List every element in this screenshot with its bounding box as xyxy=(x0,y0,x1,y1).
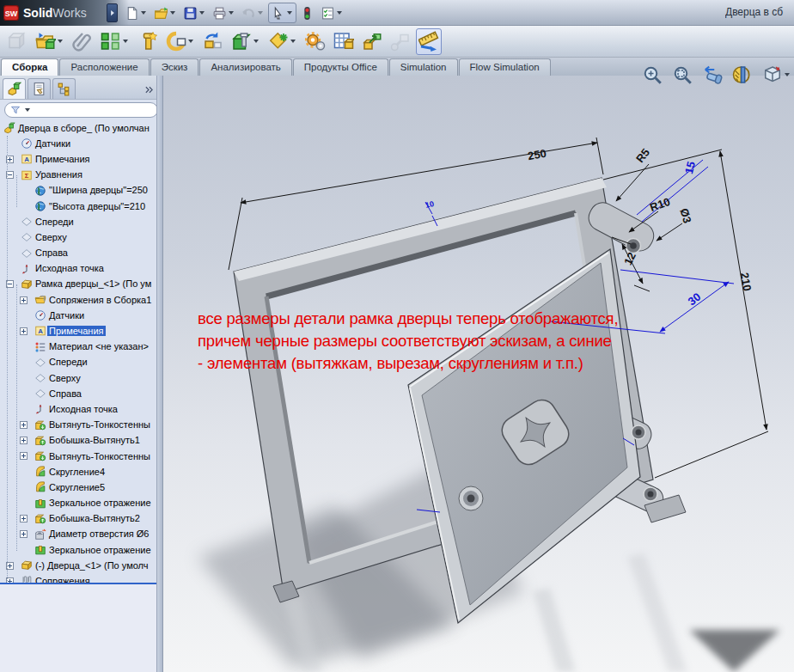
rebuild-button[interactable] xyxy=(297,3,317,23)
tree-item[interactable]: Рамка дверцы_<1> (По ум xyxy=(0,277,156,292)
bill-of-materials-button[interactable] xyxy=(331,28,357,55)
insert-components-button[interactable] xyxy=(33,28,67,55)
annotation-text: все размеры детали рамка дверцы теперь о… xyxy=(198,308,618,375)
origin-icon xyxy=(21,263,33,275)
tree-item[interactable]: Зеркальное отражение xyxy=(0,542,156,558)
tree-item[interactable]: AПримечания xyxy=(0,323,156,339)
panel-tab-strip xyxy=(0,76,162,100)
property-manager-tab[interactable] xyxy=(27,78,51,99)
previous-view-button[interactable] xyxy=(699,64,725,85)
panel-expand-button[interactable] xyxy=(144,84,155,95)
configuration-manager-tab[interactable] xyxy=(52,78,76,99)
new-document-button[interactable] xyxy=(122,3,150,23)
tree-item[interactable]: Исходная точка xyxy=(0,261,156,277)
expand-plus-icon[interactable] xyxy=(20,296,27,304)
property-manager-icon xyxy=(32,82,46,96)
options-button[interactable] xyxy=(318,3,346,23)
expand-plus-icon[interactable] xyxy=(20,437,27,444)
move-component-button[interactable] xyxy=(163,28,198,55)
menu-expand-button[interactable] xyxy=(107,3,118,22)
tree-item[interactable]: Вытянуть-Тонкостенны xyxy=(0,418,156,433)
rebuild-icon xyxy=(300,6,315,21)
tree-item[interactable]: Сопряжения в Сборка1 xyxy=(0,292,156,308)
smart-fasteners-icon xyxy=(137,31,158,52)
tree-item[interactable]: Справа xyxy=(0,386,156,401)
tree-item[interactable]: (-) Дверца_<1> (По умолч xyxy=(0,558,156,573)
tab-flow-simulation[interactable]: Flow Simulation xyxy=(459,58,551,76)
expand-plus-icon[interactable] xyxy=(20,530,27,538)
section-view-button[interactable] xyxy=(730,64,755,85)
panel-edge-strip[interactable] xyxy=(156,76,162,672)
view-orientation-button[interactable] xyxy=(760,64,794,85)
tab-эскиз[interactable]: Эскиз xyxy=(150,58,199,76)
show-hidden-components-icon xyxy=(203,31,223,52)
move-component-icon xyxy=(166,31,186,52)
insert-component-button[interactable] xyxy=(4,28,30,55)
tree-item[interactable]: Диаметр отверстия Ø6 xyxy=(0,527,156,542)
tab-simulation[interactable]: Simulation xyxy=(389,58,458,76)
mate-button[interactable] xyxy=(70,28,95,55)
zoom-to-area-button[interactable] xyxy=(669,64,695,85)
tree-item[interactable]: Бобышка-Вытянуть2 xyxy=(0,511,156,527)
dropdown-caret-icon xyxy=(337,11,342,15)
reference-geometry-button[interactable] xyxy=(266,28,300,55)
tree-item[interactable]: Скругление4 xyxy=(0,464,156,480)
motion-study-button[interactable] xyxy=(302,28,328,55)
tree-item[interactable]: AПримечания xyxy=(0,151,156,167)
tree-item[interactable]: Сверху xyxy=(0,229,156,245)
tab-продукты-office[interactable]: Продукты Office xyxy=(293,58,388,76)
linear-component-pattern-button[interactable] xyxy=(98,28,132,55)
feature-tree: Дверца в сборе_ (По умолчанДатчикиAПриме… xyxy=(0,120,156,583)
tree-item[interactable]: Скругление5 xyxy=(0,480,156,495)
smart-fasteners-button[interactable] xyxy=(135,28,161,55)
save-button[interactable] xyxy=(180,3,209,23)
expand-plus-icon[interactable] xyxy=(20,421,27,429)
tree-item[interactable]: Исходная точка xyxy=(0,401,156,417)
assembly-tools-button[interactable] xyxy=(388,28,413,55)
tab-анализировать[interactable]: Анализировать xyxy=(199,58,291,76)
zoom-to-fit-button[interactable] xyxy=(639,64,665,85)
tree-item[interactable]: Спереди xyxy=(0,214,156,229)
tree-item-label: Диаметр отверстия Ø6 xyxy=(47,528,150,539)
boss-extrude-icon xyxy=(34,513,46,525)
tree-item[interactable]: Дверца в сборе_ (По умолчан xyxy=(0,120,156,136)
open-button[interactable] xyxy=(151,3,180,23)
mate-icon xyxy=(72,31,93,52)
tree-item[interactable]: Зеркальное отражение xyxy=(0,496,156,511)
graphics-area[interactable]: 250R515R10Ø3122103010 все размеры детали… xyxy=(163,76,794,672)
tree-item[interactable]: Датчики xyxy=(0,136,156,151)
tab-расположение[interactable]: Расположение xyxy=(59,58,149,76)
open-icon xyxy=(154,6,168,21)
tree-item[interactable]: Материал <не указан> xyxy=(0,339,156,355)
assembly-features-button[interactable] xyxy=(229,28,263,55)
tree-item[interactable]: Сверху xyxy=(0,370,156,386)
tab-сборка[interactable]: Сборка xyxy=(1,58,58,76)
insert-components-icon xyxy=(35,31,56,52)
zoom-to-fit-icon xyxy=(642,64,663,85)
annotation-line: - элементам (вытяжкам, вырезам, скруглен… xyxy=(198,352,618,375)
tree-item[interactable]: "Ширина дверцы"=250 xyxy=(0,183,156,199)
tree-item[interactable]: Датчики xyxy=(0,308,156,323)
tree-item[interactable]: Вытянуть-Тонкостенны xyxy=(0,449,156,464)
tree-item[interactable]: Бобышка-Вытянуть1 xyxy=(0,433,156,449)
tree-item[interactable]: "Высота дверцы"=210 xyxy=(0,199,156,214)
tree-guide-line xyxy=(7,136,8,581)
feature-manager-tab[interactable] xyxy=(3,78,26,99)
feature-manager-icon xyxy=(7,82,21,96)
tree-item[interactable]: Справа xyxy=(0,246,156,261)
select-cursor-button[interactable] xyxy=(268,3,296,23)
expand-plus-icon[interactable] xyxy=(20,452,27,460)
mirror-icon xyxy=(34,544,46,556)
tree-item[interactable]: Спереди xyxy=(0,355,156,370)
tree-filter-input[interactable] xyxy=(4,102,158,118)
motion-study-icon xyxy=(305,31,326,52)
expand-plus-icon[interactable] xyxy=(20,327,27,335)
show-hidden-components-button[interactable] xyxy=(200,28,226,55)
expand-plus-icon[interactable] xyxy=(20,515,27,522)
exploded-view-button[interactable] xyxy=(359,28,385,55)
print-button[interactable] xyxy=(210,3,238,23)
measure-button[interactable] xyxy=(416,28,442,55)
tree-item[interactable]: Сопряжения xyxy=(0,573,156,583)
undo-button[interactable] xyxy=(239,3,267,23)
tree-item[interactable]: ΣУравнения xyxy=(0,168,156,183)
